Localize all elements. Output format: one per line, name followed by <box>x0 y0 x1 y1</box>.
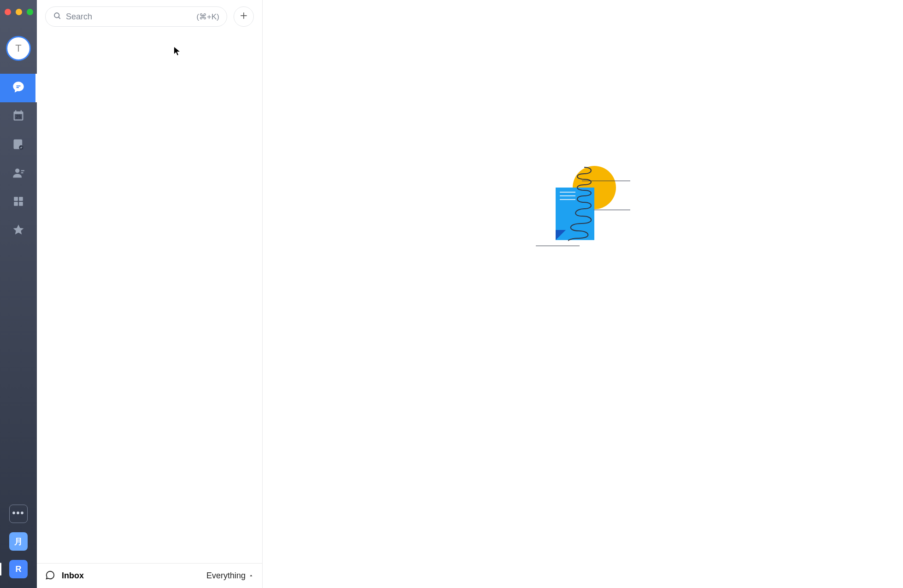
nav-starred[interactable] <box>0 217 37 245</box>
nav-notes[interactable] <box>0 131 37 159</box>
inbox-icon <box>45 570 55 582</box>
window-maximize-button[interactable] <box>27 9 33 15</box>
svg-line-11 <box>59 17 60 18</box>
svg-rect-8 <box>14 202 18 206</box>
svg-rect-6 <box>14 197 18 201</box>
workspace-tile-2[interactable]: R <box>9 560 28 578</box>
search-input[interactable] <box>66 12 196 22</box>
workspace-tile-2-label: R <box>16 564 22 574</box>
nav-calendar[interactable]: 25 <box>0 102 37 131</box>
avatar-initial: T <box>15 42 21 54</box>
cursor-indicator <box>174 47 180 56</box>
nav-chats[interactable] <box>0 74 37 102</box>
svg-rect-9 <box>19 202 23 206</box>
svg-rect-4 <box>21 170 24 171</box>
search-icon <box>53 12 61 22</box>
star-icon <box>12 223 25 238</box>
contacts-icon <box>12 166 25 181</box>
plus-icon <box>239 11 248 22</box>
nav-apps[interactable] <box>0 188 37 217</box>
nav-rail: T 25 <box>0 0 37 588</box>
svg-point-10 <box>54 13 59 18</box>
nav-contacts[interactable] <box>0 159 37 188</box>
more-label: ••• <box>12 508 24 518</box>
chat-icon <box>12 81 25 95</box>
rail-nav-list: 25 <box>0 74 37 245</box>
window-close-button[interactable] <box>5 9 11 15</box>
list-header: (⌘+K) <box>37 0 262 31</box>
list-footer: Inbox Everything <box>37 563 262 588</box>
filter-label: Everything <box>206 571 246 581</box>
window-minimize-button[interactable] <box>16 9 22 15</box>
rail-bottom: ••• 月 R <box>0 505 37 588</box>
search-shortcut: (⌘+K) <box>196 12 219 22</box>
detail-pane <box>263 0 903 588</box>
workspace-tile-1[interactable]: 月 <box>9 532 28 551</box>
profile-avatar[interactable]: T <box>6 36 31 61</box>
more-button[interactable]: ••• <box>9 505 28 523</box>
chevron-up-icon <box>248 571 254 581</box>
search-field-wrap[interactable]: (⌘+K) <box>45 6 227 27</box>
svg-rect-5 <box>21 172 23 173</box>
list-pane: (⌘+K) Inbox Everything <box>37 0 263 588</box>
window-controls <box>5 9 33 15</box>
calendar-day-label: 25 <box>12 114 25 119</box>
calendar-icon: 25 <box>12 109 25 124</box>
footer-title: Inbox <box>62 571 84 581</box>
empty-state-illustration <box>536 166 630 248</box>
notes-icon <box>12 138 25 153</box>
apps-icon <box>12 195 24 209</box>
svg-point-3 <box>15 169 19 173</box>
filter-dropdown[interactable]: Everything <box>206 571 254 581</box>
svg-rect-1 <box>16 87 19 88</box>
svg-rect-0 <box>16 86 20 87</box>
list-body <box>37 31 262 563</box>
compose-button[interactable] <box>234 6 254 27</box>
workspace-tile-1-label: 月 <box>14 536 23 547</box>
svg-rect-7 <box>19 197 23 201</box>
